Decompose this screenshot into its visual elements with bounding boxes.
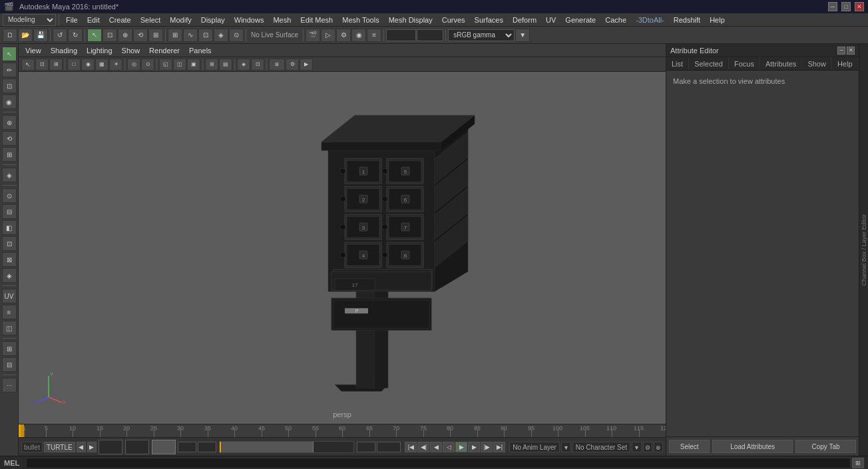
step-forward-button[interactable]: ▶ (468, 442, 480, 452)
vp-select-button[interactable]: ⊡ (35, 59, 49, 71)
vp-lasso-button[interactable]: ⊞ (49, 59, 63, 71)
menu-cache[interactable]: Cache (601, 15, 630, 25)
move-tool-v-button[interactable]: ⊕ (2, 115, 17, 130)
attribute-spread-button[interactable]: ⊟ (2, 357, 17, 372)
render-layer-button[interactable]: ◫ (2, 321, 17, 335)
frame-all-button[interactable]: ⊠ (269, 59, 285, 71)
snap-grid-button[interactable]: ⊞ (168, 29, 182, 42)
texture-button[interactable]: ▦ (95, 59, 108, 71)
view-menu[interactable]: View (21, 46, 45, 55)
camera-select-button[interactable]: ↖ (21, 59, 35, 71)
char-set-button[interactable]: No Character Set (572, 442, 630, 452)
anim-options-btn2[interactable]: ⊕ (654, 442, 663, 452)
show-menu[interactable]: Show (118, 46, 144, 55)
hud-button[interactable]: ▤ (219, 59, 232, 71)
animation-track[interactable] (219, 441, 355, 453)
step-back-button[interactable]: ◀ (430, 442, 442, 452)
component-button[interactable]: ◧ (2, 220, 17, 235)
smooth-shade-button[interactable]: ◉ (81, 59, 95, 71)
mirror-button[interactable]: ⊟ (2, 204, 17, 219)
next-key-button[interactable]: |▶ (481, 442, 493, 452)
face-button[interactable]: ◈ (2, 268, 17, 283)
menu-edit[interactable]: Edit (83, 15, 104, 25)
renderer-menu[interactable]: Renderer (145, 46, 184, 55)
uv-button[interactable]: UV (2, 289, 17, 303)
hypershade-button[interactable]: ◉ (351, 29, 366, 42)
char-set-expand[interactable]: ▼ (632, 442, 642, 452)
menu-mesh[interactable]: Mesh (269, 15, 295, 25)
lasso-tool-button[interactable]: ⊡ (103, 29, 117, 42)
grid-button[interactable]: ⊞ (2, 341, 17, 356)
new-scene-button[interactable]: 🗋 (3, 29, 17, 42)
edge-button[interactable]: ⊠ (2, 252, 17, 267)
menu-display[interactable]: Display (197, 15, 229, 25)
film-gate-button[interactable]: ◫ (173, 59, 186, 71)
maximize-button[interactable]: □ (841, 2, 851, 11)
menu-deform[interactable]: Deform (509, 15, 541, 25)
start-frame-input[interactable]: 1 (178, 442, 196, 452)
poly-count-button[interactable]: ⊡ (251, 59, 264, 71)
close-button[interactable]: ✕ (855, 2, 864, 11)
snap-point-button[interactable]: ⊡ (198, 29, 213, 42)
light-button[interactable]: ☀ (109, 59, 122, 71)
isolate-button[interactable]: ⊙ (141, 59, 154, 71)
vp-settings-button[interactable]: ⚙ (286, 59, 299, 71)
menu-redshift[interactable]: Redshift (670, 15, 704, 25)
paint-tool-button[interactable]: ✏ (2, 63, 17, 77)
play-back-button[interactable]: ◁ (443, 442, 455, 452)
load-attributes-button[interactable]: Load Attributes (712, 440, 793, 453)
menu-file[interactable]: File (62, 15, 82, 25)
attr-tab-attributes[interactable]: Attributes (760, 57, 802, 70)
grid-toggle-button[interactable]: ⊞ (205, 59, 218, 71)
turtle-button[interactable]: TURTLE (44, 442, 75, 452)
menu-help[interactable]: Help (706, 15, 729, 25)
xray-button[interactable]: ◎ (127, 59, 140, 71)
show-manipulator-button[interactable]: ◈ (2, 168, 17, 182)
menu-select[interactable]: Select (136, 15, 165, 25)
menu-modify[interactable]: Modify (166, 15, 195, 25)
timeline-canvas[interactable] (19, 424, 666, 437)
translate-x-input[interactable]: 0.00 (386, 29, 416, 41)
menu-generate[interactable]: Generate (561, 15, 600, 25)
display-layer-button[interactable]: ≡ (2, 305, 17, 319)
vp-expand-button[interactable]: ▶ (300, 59, 313, 71)
anim-layer-expand[interactable]: ▼ (561, 442, 571, 452)
shading-menu[interactable]: Shading (47, 46, 81, 55)
undo-button[interactable]: ↺ (53, 29, 67, 42)
anim-layer-button[interactable]: No Anim Layer (509, 442, 560, 452)
snap-curve-button[interactable]: ∿ (183, 29, 198, 42)
script-editor-toggle[interactable]: ⊞ (852, 458, 864, 468)
mode-selector[interactable]: Modeling Rigging Animation FX Rendering (3, 14, 56, 26)
move-tool-button[interactable]: ⊕ (118, 29, 132, 42)
scale-tool-button[interactable]: ⊞ (148, 29, 163, 42)
menu-edit-mesh[interactable]: Edit Mesh (296, 15, 337, 25)
sculpt-button[interactable]: ◉ (2, 94, 17, 109)
vertex-button[interactable]: ⊡ (2, 236, 17, 251)
menu-curves[interactable]: Curves (438, 15, 469, 25)
minimize-button[interactable]: ─ (828, 2, 837, 11)
obj-details-button[interactable]: ◈ (237, 59, 250, 71)
menu-mesh-display[interactable]: Mesh Display (385, 15, 437, 25)
attr-tab-focus[interactable]: Focus (729, 57, 760, 70)
attr-tab-show[interactable]: Show (802, 57, 832, 70)
safe-frame-button[interactable]: ▣ (187, 59, 200, 71)
viewport-3d[interactable]: 1 2 3 (19, 72, 666, 424)
render-button[interactable]: 🎬 (306, 29, 320, 42)
copy-tab-button[interactable]: Copy Tab (795, 440, 856, 453)
snap-live-button[interactable]: ⊙ (229, 29, 244, 42)
open-scene-button[interactable]: 📂 (18, 29, 33, 42)
select-tool-button[interactable]: ↖ (87, 29, 102, 42)
save-scene-button[interactable]: 💾 (33, 29, 48, 42)
turtle-next-button[interactable]: ▶ (87, 442, 97, 452)
rotate-tool-button[interactable]: ⟲ (133, 29, 148, 42)
panels-menu[interactable]: Panels (185, 46, 216, 55)
attr-editor-close[interactable]: ✕ (847, 47, 855, 55)
start-frame-input2[interactable]: 1 (198, 442, 216, 452)
resolution-gate-button[interactable]: ◱ (159, 59, 172, 71)
redo-button[interactable]: ↻ (68, 29, 83, 42)
translate-y-input[interactable]: 1.00 (417, 29, 443, 41)
rotate-tool-v-button[interactable]: ⟲ (2, 131, 17, 146)
anim-options-btn1[interactable]: ⚙ (643, 442, 652, 452)
gamma-expand-button[interactable]: ▼ (515, 29, 530, 42)
go-start-button[interactable]: |◀ (405, 442, 417, 452)
